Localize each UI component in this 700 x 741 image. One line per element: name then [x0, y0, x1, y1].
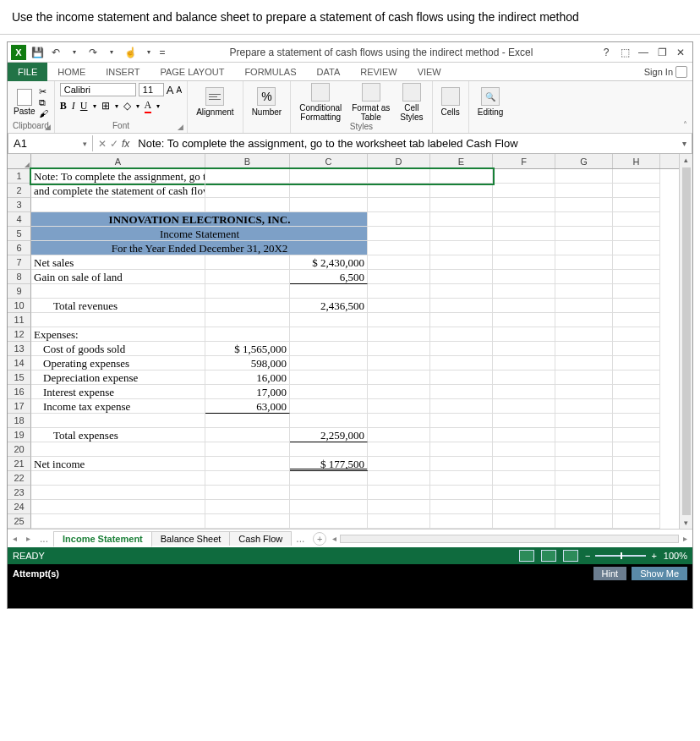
undo-icon[interactable]: ↶ — [48, 45, 63, 60]
hint-button[interactable]: Hint — [593, 567, 627, 580]
row-header-17[interactable]: 17 — [8, 399, 31, 414]
cell-F1[interactable] — [493, 169, 555, 184]
cell-A8[interactable]: Gain on sale of land — [31, 270, 205, 284]
row-5[interactable]: 5 — [8, 227, 679, 241]
row-header-22[interactable]: 22 — [8, 471, 31, 486]
row-header-5[interactable]: 5 — [8, 227, 31, 241]
tab-view[interactable]: VIEW — [407, 63, 451, 81]
cell-E1[interactable] — [430, 169, 493, 184]
enter-formula-icon[interactable]: ✓ — [110, 138, 118, 150]
underline-button[interactable]: U — [80, 100, 88, 113]
col-header-G[interactable]: G — [555, 154, 613, 168]
row-header-21[interactable]: 21 — [8, 457, 31, 471]
tab-formulas[interactable]: FORMULAS — [234, 63, 306, 81]
row-15[interactable]: 15 Depreciation expense 16,000 — [8, 370, 679, 385]
cell-B2[interactable] — [205, 184, 290, 198]
row-1[interactable]: 1 Note: To complete the assignment, go t… — [8, 169, 679, 184]
cancel-formula-icon[interactable]: ✕ — [98, 138, 107, 150]
tab-home[interactable]: HOME — [47, 63, 96, 81]
font-color-icon[interactable]: A — [145, 99, 152, 113]
zoom-slider[interactable]: − + — [585, 551, 657, 561]
scroll-up-icon[interactable]: ▴ — [684, 154, 688, 166]
row-6[interactable]: 6 — [8, 241, 679, 255]
font-name-select[interactable]: Calibri — [60, 83, 136, 96]
cell-A17[interactable]: Income tax expense — [31, 399, 205, 414]
row-16[interactable]: 16 Interest expense 17,000 — [8, 385, 679, 399]
formula-bar-expand-icon[interactable]: ▾ — [677, 139, 692, 148]
row-21[interactable]: 21 Net income $ 177,500 — [8, 457, 679, 471]
editing-button[interactable]: 🔍 Editing — [474, 87, 507, 117]
row-header-6[interactable]: 6 — [8, 241, 31, 255]
cell-B13[interactable]: $ 1,565,000 — [205, 342, 290, 356]
row-19[interactable]: 19 Total expenses 2,259,000 — [8, 428, 679, 442]
help-icon[interactable]: ? — [598, 47, 615, 58]
row-header-2[interactable]: 2 — [8, 184, 31, 198]
cell-A10[interactable]: Total revenues — [31, 299, 205, 313]
cell-A14[interactable]: Operating expenses — [31, 356, 205, 370]
row-header-13[interactable]: 13 — [8, 342, 31, 356]
row-17[interactable]: 17 Income tax expense 63,000 — [8, 399, 679, 414]
tab-data[interactable]: DATA — [307, 63, 351, 81]
cell-A15[interactable]: Depreciation expense — [31, 370, 205, 385]
format-as-table-button[interactable]: Format as Table — [348, 83, 393, 122]
row-10[interactable]: 10 Total revenues 2,436,500 — [8, 299, 679, 313]
tab-insert[interactable]: INSERT — [96, 63, 150, 81]
cell-B7[interactable] — [205, 255, 290, 270]
cell-B4[interactable] — [205, 212, 290, 227]
row-header-8[interactable]: 8 — [8, 270, 31, 284]
hscroll-right-icon[interactable]: ▸ — [679, 534, 691, 543]
cell-C1[interactable] — [290, 169, 368, 184]
row-header-4[interactable]: 4 — [8, 212, 31, 227]
bold-button[interactable]: B — [60, 100, 67, 113]
hscroll-left-icon[interactable]: ◂ — [328, 534, 340, 543]
col-header-H[interactable]: H — [613, 154, 660, 168]
tab-scroll-right-icon[interactable]: ▸ — [21, 534, 35, 543]
cell-C19[interactable]: 2,259,000 — [290, 428, 368, 442]
sheet-tab-balance-sheet[interactable]: Balance Sheet — [151, 531, 231, 546]
row-header-14[interactable]: 14 — [8, 356, 31, 370]
col-header-D[interactable]: D — [368, 154, 430, 168]
col-header-B[interactable]: B — [205, 154, 290, 168]
name-box[interactable]: A1 ▾ — [8, 135, 93, 151]
format-painter-icon[interactable]: 🖌 — [39, 108, 48, 118]
row-header-9[interactable]: 9 — [8, 284, 31, 299]
cell-C4[interactable] — [290, 212, 368, 227]
fx-icon[interactable]: fx — [122, 138, 129, 150]
scroll-thumb[interactable] — [682, 167, 691, 515]
cell-A1[interactable]: Note: To complete the assignment, go to … — [31, 169, 205, 184]
row-13[interactable]: 13 Cost of goods sold $ 1,565,000 — [8, 342, 679, 356]
row-7[interactable]: 7 Net sales $ 2,430,000 — [8, 255, 679, 270]
row-header-7[interactable]: 7 — [8, 255, 31, 270]
row-2[interactable]: 2 and complete the statement of cash flo… — [8, 184, 679, 198]
tab-page-layout[interactable]: PAGE LAYOUT — [150, 63, 234, 81]
redo-dropdown-icon[interactable]: ▾ — [104, 45, 119, 60]
restore-icon[interactable]: ❐ — [654, 47, 670, 58]
row-header-19[interactable]: 19 — [8, 428, 31, 442]
row-12[interactable]: 12 Expenses: — [8, 327, 679, 342]
page-break-view-icon[interactable] — [563, 550, 578, 562]
col-header-C[interactable]: C — [290, 154, 368, 168]
hscroll-track[interactable] — [340, 535, 679, 543]
row-header-25[interactable]: 25 — [8, 514, 31, 529]
cells-button[interactable]: Cells — [438, 87, 463, 117]
zoom-in-icon[interactable]: + — [651, 551, 656, 561]
cell-A2[interactable]: and complete the statement of cash flows… — [31, 184, 205, 198]
new-sheet-button[interactable]: + — [313, 532, 326, 546]
col-header-E[interactable]: E — [430, 154, 493, 168]
col-header-F[interactable]: F — [493, 154, 555, 168]
cell-H1[interactable] — [613, 169, 660, 184]
cell-A13[interactable]: Cost of goods sold — [31, 342, 205, 356]
sheet-tab-cash-flow[interactable]: Cash Flow — [229, 531, 292, 546]
formula-input[interactable]: Note: To complete the assignment, go to … — [134, 135, 677, 151]
copy-icon[interactable]: ⧉ — [39, 97, 48, 107]
touch-mode-icon[interactable]: ☝ — [123, 45, 138, 60]
tab-review[interactable]: REVIEW — [350, 63, 407, 81]
close-icon[interactable]: ✕ — [672, 47, 689, 58]
number-button[interactable]: % Number — [249, 87, 286, 117]
zoom-track[interactable] — [595, 555, 646, 557]
page-layout-view-icon[interactable] — [541, 550, 556, 562]
font-dialog-launcher-icon[interactable]: ◢ — [178, 123, 183, 131]
tab-file[interactable]: FILE — [8, 63, 47, 81]
row-header-12[interactable]: 12 — [8, 327, 31, 342]
row-header-3[interactable]: 3 — [8, 198, 31, 212]
